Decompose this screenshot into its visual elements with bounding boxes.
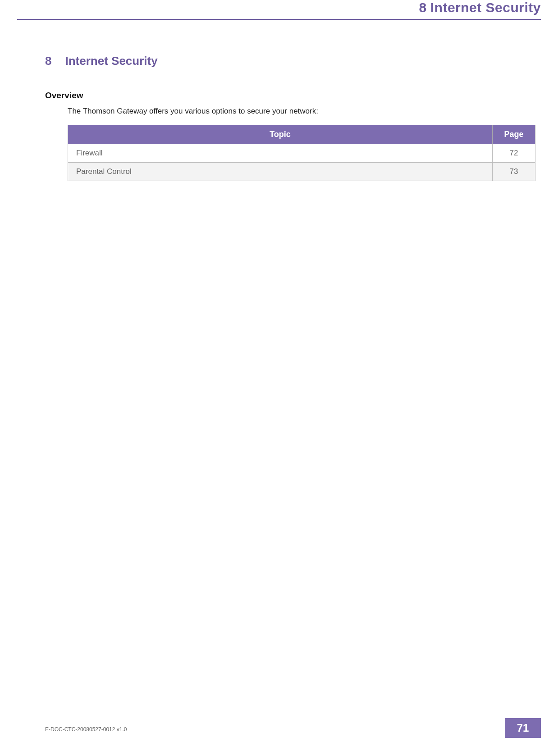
page-header-title: 8Internet Security xyxy=(419,0,541,15)
overview-intro: The Thomson Gateway offers you various o… xyxy=(68,107,513,116)
section-heading: 8Internet Security xyxy=(45,54,513,68)
overview-heading: Overview xyxy=(45,91,513,100)
header-rule xyxy=(17,19,541,20)
table-header-topic: Topic xyxy=(68,125,493,144)
section-title: Internet Security xyxy=(65,54,157,68)
table-cell-page: 73 xyxy=(493,163,535,181)
footer-document-id: E-DOC-CTC-20080527-0012 v1.0 xyxy=(45,726,127,733)
footer-page-number: 71 xyxy=(505,718,541,738)
content-area: 8Internet Security Overview The Thomson … xyxy=(45,54,513,181)
section-number: 8 xyxy=(45,54,51,68)
table-row: Parental Control 73 xyxy=(68,163,535,181)
table-row: Firewall 72 xyxy=(68,144,535,163)
header-chapter-title: Internet Security xyxy=(430,0,541,15)
table-cell-topic: Parental Control xyxy=(68,163,493,181)
page-footer: E-DOC-CTC-20080527-0012 v1.0 71 xyxy=(45,718,541,738)
table-cell-page: 72 xyxy=(493,144,535,163)
header-chapter-number: 8 xyxy=(419,0,427,15)
table-header-page: Page xyxy=(493,125,535,144)
topics-table: Topic Page Firewall 72 Parental Control … xyxy=(68,125,535,181)
table-cell-topic: Firewall xyxy=(68,144,493,163)
table-header-row: Topic Page xyxy=(68,125,535,144)
